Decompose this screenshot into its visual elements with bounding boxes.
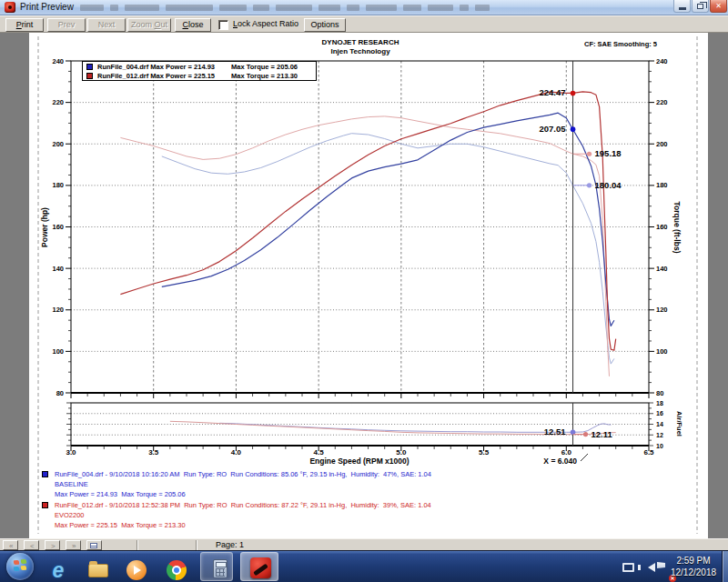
- start-button[interactable]: [6, 553, 34, 580]
- legend-row-baseline: RunFile_004.drf Max Power = 214.93 Max T…: [83, 62, 316, 71]
- prev-button[interactable]: Prev: [47, 18, 86, 32]
- file-explorer-icon[interactable]: [87, 559, 109, 581]
- last-page-button[interactable]: »: [66, 540, 81, 550]
- page-number-label: Page: 1: [216, 540, 244, 549]
- legend-evo-torque: Max Torque = 213.30: [231, 72, 298, 80]
- dyno-app-taskbar-button[interactable]: [240, 552, 278, 581]
- calculator-taskbar-button[interactable]: [200, 552, 233, 581]
- show-desktop-button[interactable]: [722, 551, 728, 582]
- options-button[interactable]: Options: [304, 18, 346, 32]
- statusbar-separator: [136, 540, 138, 550]
- minimize-icon: [679, 7, 686, 10]
- media-player-icon[interactable]: [126, 559, 147, 581]
- action-center-flag-icon[interactable]: ✕: [657, 562, 665, 568]
- baseline-color-swatch: [86, 64, 93, 70]
- taskbar: e ✕ 2:59 PM 12/12/2018: [0, 550, 728, 582]
- chart-subtitle: Injen Technology: [228, 47, 493, 55]
- clock-time: 2:59 PM: [667, 555, 720, 567]
- restore-button[interactable]: [692, 0, 709, 13]
- chart-legend: RunFile_004.drf Max Power = 214.93 Max T…: [82, 61, 317, 81]
- close-button[interactable]: Close: [175, 18, 211, 32]
- correction-factor-label: CF: SAE Smoothing: 5: [510, 40, 657, 48]
- volume-tray-icon[interactable]: [648, 563, 655, 572]
- close-window-button[interactable]: ✕: [710, 0, 727, 13]
- next-page-button[interactable]: >: [45, 540, 60, 550]
- evo-run-name: EVO2200: [55, 511, 85, 519]
- first-page-button[interactable]: «: [3, 540, 18, 550]
- status-bar: « < > » Page: 1: [0, 538, 728, 550]
- app-icon: [5, 2, 15, 13]
- legend-row-evo: RunFile_012.drf Max Power = 225.15 Max T…: [83, 71, 316, 80]
- evo-run-max: Max Power = 225.15 Max Torque = 213.30: [55, 521, 186, 529]
- title-bar: Print Preview ✕: [0, 0, 728, 15]
- internet-explorer-icon[interactable]: e: [47, 559, 69, 581]
- page-layout-button[interactable]: [86, 540, 102, 550]
- toolbar: Print Prev Next Zoom Out Close Lock Aspe…: [0, 15, 728, 33]
- legend-baseline-power: RunFile_004.drf Max Power = 214.93: [97, 63, 215, 71]
- baseline-run-conditions: RunFile_004.drf - 9/10/2018 10:16:20 AM …: [55, 470, 431, 478]
- chrome-icon[interactable]: [166, 559, 187, 581]
- taskbar-clock[interactable]: 2:59 PM 12/12/2018: [667, 555, 720, 578]
- windows-flag-icon: [21, 559, 26, 565]
- statusbar-separator: [196, 540, 197, 550]
- window-title: Print Preview: [20, 2, 74, 12]
- screen: Print Preview ✕ Print Prev Next Zoom Out…: [0, 0, 728, 582]
- clock-date: 12/12/2018: [667, 567, 720, 578]
- evo-run-conditions: RunFile_012.drf - 9/10/2018 12:52:38 PM …: [55, 501, 431, 509]
- baseline-run-swatch: [42, 471, 48, 477]
- legend-evo-power: RunFile_012.drf Max Power = 225.15: [97, 72, 215, 80]
- windows-flag-icon: [21, 566, 26, 571]
- next-button[interactable]: Next: [87, 18, 126, 32]
- preview-page: [29, 33, 708, 538]
- evo-run-swatch: [42, 502, 48, 508]
- grid-icon: [90, 543, 97, 548]
- print-button[interactable]: Print: [5, 18, 44, 32]
- prev-page-button[interactable]: <: [24, 540, 39, 550]
- zoom-out-button[interactable]: Zoom Out: [127, 18, 171, 32]
- evo-color-swatch: [86, 73, 93, 79]
- baseline-run-name: BASELINE: [55, 480, 88, 488]
- calculator-icon: [209, 557, 231, 579]
- lock-aspect-ratio-label: Lock Aspect Ratio: [233, 19, 298, 28]
- chart-title: DYNOJET RESEARCH: [228, 38, 493, 46]
- windows-flag-icon: [14, 567, 19, 572]
- baseline-run-max: Max Power = 214.93 Max Torque = 205.06: [55, 490, 186, 498]
- lock-aspect-ratio-checkbox[interactable]: [218, 20, 228, 30]
- minimize-button[interactable]: [673, 0, 691, 13]
- restore-icon: [697, 4, 703, 9]
- windows-flag-icon: [14, 560, 19, 566]
- legend-baseline-torque: Max Torque = 205.06: [231, 63, 298, 71]
- network-tray-icon[interactable]: [622, 563, 634, 572]
- winpep-app-icon: [249, 557, 271, 578]
